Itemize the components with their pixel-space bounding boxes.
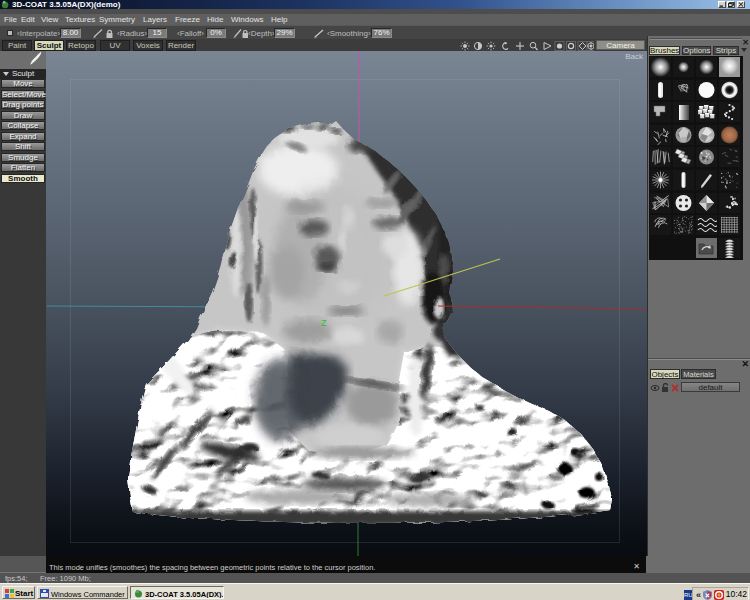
svg-text:Z: Z <box>321 318 327 328</box>
